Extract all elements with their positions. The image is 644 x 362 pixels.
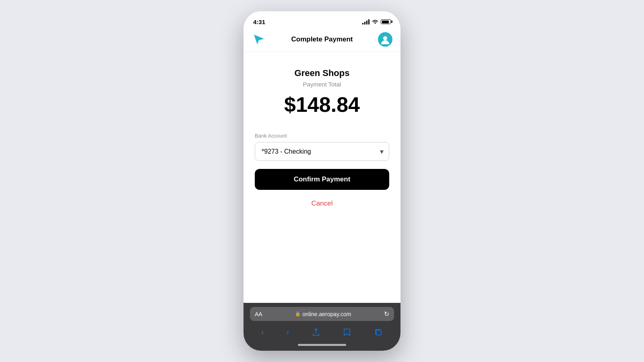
forward-button[interactable]: ›: [283, 326, 292, 338]
url-bar[interactable]: AA 🔒 online.aeropay.com ↻: [250, 307, 394, 321]
cancel-button[interactable]: Cancel: [308, 196, 336, 211]
browser-bar: AA 🔒 online.aeropay.com ↻ ‹ ›: [244, 303, 400, 351]
wifi-icon: [372, 19, 378, 25]
url-display: 🔒 online.aeropay.com: [295, 311, 351, 317]
back-button[interactable]: ‹: [258, 326, 267, 338]
bank-account-section: Bank Account *9273 - Checking *1234 - Sa…: [255, 133, 389, 161]
url-left: AA: [255, 311, 262, 317]
bookmarks-button[interactable]: [339, 326, 355, 338]
payment-amount: $148.84: [284, 93, 360, 117]
home-pill: [298, 344, 346, 346]
header-title: Complete Payment: [291, 35, 353, 43]
status-icons: [362, 19, 391, 25]
battery-icon: [381, 19, 391, 24]
signal-icon: [362, 19, 369, 25]
svg-rect-1: [376, 330, 381, 335]
url-text: online.aeropay.com: [302, 311, 351, 317]
refresh-icon[interactable]: ↻: [384, 310, 389, 318]
app-header: Complete Payment: [244, 29, 400, 52]
main-content: Green Shops Payment Total $148.84 Bank A…: [244, 52, 400, 303]
bank-account-label: Bank Account: [255, 133, 389, 139]
tabs-button[interactable]: [371, 326, 386, 338]
payment-label: Payment Total: [303, 81, 341, 88]
status-bar: 4:31: [244, 11, 400, 29]
browser-nav: ‹ ›: [250, 324, 394, 341]
aeropay-logo[interactable]: [252, 32, 266, 47]
lock-icon: 🔒: [295, 311, 301, 317]
status-time: 4:31: [253, 19, 265, 25]
bank-account-dropdown[interactable]: *9273 - Checking *1234 - Savings *5678 -…: [255, 142, 389, 161]
profile-icon[interactable]: [378, 32, 392, 47]
confirm-payment-button[interactable]: Confirm Payment: [255, 169, 389, 190]
home-indicator: [250, 341, 394, 348]
share-button[interactable]: [308, 326, 324, 338]
svg-point-0: [383, 36, 387, 40]
phone-frame: 4:31: [244, 11, 400, 351]
merchant-name: Green Shops: [295, 68, 350, 78]
bank-account-dropdown-wrapper: *9273 - Checking *1234 - Savings *5678 -…: [255, 142, 389, 161]
aa-text[interactable]: AA: [255, 311, 262, 317]
